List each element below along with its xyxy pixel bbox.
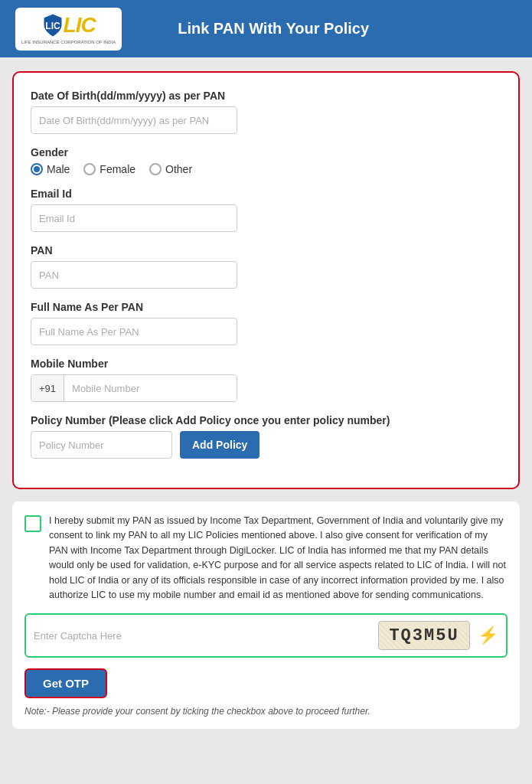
main-content: Date Of Birth(dd/mm/yyyy) as per PAN Gen… xyxy=(0,57,532,753)
captcha-section: TQ3M5U ⚡ xyxy=(24,613,508,658)
policy-row: Add Policy xyxy=(31,431,501,459)
consent-block: I hereby submit my PAN as issued by Inco… xyxy=(24,514,508,603)
gender-other[interactable]: Other xyxy=(149,163,192,175)
policy-field-group: Policy Number (Please click Add Policy o… xyxy=(31,414,501,459)
radio-female[interactable] xyxy=(83,163,96,175)
policy-label: Policy Number (Please click Add Policy o… xyxy=(31,414,501,426)
gender-male-label: Male xyxy=(47,163,70,175)
pan-label: PAN xyxy=(31,244,501,256)
email-label: Email Id xyxy=(31,188,501,200)
gender-female[interactable]: Female xyxy=(83,163,135,175)
shield-icon: LIC xyxy=(42,12,64,38)
gender-options: Male Female Other xyxy=(31,163,501,175)
gender-field-group: Gender Male Female Other xyxy=(31,146,501,175)
logo-lic-text: LIC xyxy=(64,13,96,38)
captcha-refresh-icon[interactable]: ⚡ xyxy=(478,626,498,645)
consent-checkbox[interactable] xyxy=(24,515,41,532)
fullname-label: Full Name As Per PAN xyxy=(31,301,501,313)
gender-female-label: Female xyxy=(100,163,135,175)
fullname-input[interactable] xyxy=(31,318,237,345)
header: LIC LIC LIFE INSURANCE CORPORATION OF IN… xyxy=(0,0,532,57)
dob-input[interactable] xyxy=(31,106,237,134)
radio-male[interactable] xyxy=(31,163,43,175)
consent-section: I hereby submit my PAN as issued by Inco… xyxy=(12,501,520,729)
dob-label: Date Of Birth(dd/mm/yyyy) as per PAN xyxy=(31,90,501,102)
get-otp-button[interactable]: Get OTP xyxy=(24,668,107,698)
captcha-input[interactable] xyxy=(34,627,370,645)
policy-input[interactable] xyxy=(31,431,172,459)
gender-label: Gender xyxy=(31,146,501,158)
lic-logo: LIC LIC LIFE INSURANCE CORPORATION OF IN… xyxy=(15,8,122,51)
logo-tagline: LIFE INSURANCE CORPORATION OF INDIA xyxy=(21,40,116,45)
mobile-label: Mobile Number xyxy=(31,358,501,370)
gender-male[interactable]: Male xyxy=(31,163,70,175)
radio-other[interactable] xyxy=(149,163,162,175)
consent-text: I hereby submit my PAN as issued by Inco… xyxy=(49,514,508,603)
mobile-input[interactable] xyxy=(64,375,237,401)
fullname-field-group: Full Name As Per PAN xyxy=(31,301,501,345)
svg-text:LIC: LIC xyxy=(45,21,60,31)
add-policy-button[interactable]: Add Policy xyxy=(180,431,259,459)
pan-field-group: PAN xyxy=(31,244,501,289)
note-text: Note:- Please provide your consent by ti… xyxy=(24,706,508,717)
form-card: Date Of Birth(dd/mm/yyyy) as per PAN Gen… xyxy=(12,71,520,489)
page-title: Link PAN With Your Policy xyxy=(137,20,517,38)
page-wrapper: LIC LIC LIFE INSURANCE CORPORATION OF IN… xyxy=(0,0,532,784)
email-field-group: Email Id xyxy=(31,188,501,232)
mobile-field-group: Mobile Number +91 xyxy=(31,358,501,402)
gender-other-label: Other xyxy=(165,163,192,175)
mobile-input-group: +91 xyxy=(31,374,237,402)
email-input[interactable] xyxy=(31,204,237,232)
captcha-image: TQ3M5U xyxy=(378,621,470,650)
dob-field-group: Date Of Birth(dd/mm/yyyy) as per PAN xyxy=(31,90,501,134)
pan-input[interactable] xyxy=(31,261,237,289)
mobile-prefix: +91 xyxy=(31,375,64,401)
